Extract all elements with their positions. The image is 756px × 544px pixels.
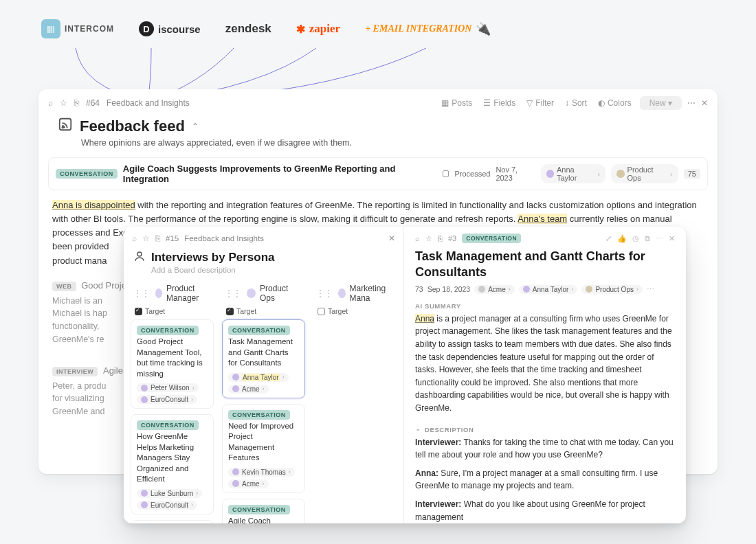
group-chip[interactable]: Product Ops› (581, 285, 643, 294)
chip-label: Anna Taylor (242, 374, 280, 381)
card-chip[interactable]: Acme› (228, 385, 269, 394)
link-icon[interactable]: ⎘ (438, 234, 443, 242)
card-chip[interactable]: Anna Taylor› (228, 373, 289, 382)
group-chip[interactable]: Product Ops › (611, 164, 678, 183)
avatar-icon (141, 396, 148, 403)
chevron-up-icon[interactable]: ⌃ (192, 122, 199, 131)
qa-line: Anna: Sure, I'm a project manager at a s… (415, 467, 675, 492)
chevron-right-icon: › (191, 501, 193, 508)
target-label: Target (328, 307, 348, 315)
column-name: Marketing Mana (350, 284, 394, 303)
close-icon[interactable]: ✕ (701, 98, 708, 108)
web-tag: WEB (52, 282, 76, 291)
column-header[interactable]: ⋮⋮Product Ops (221, 281, 307, 306)
chip-label: EuroConsult (151, 501, 188, 509)
close-icon[interactable]: ✕ (669, 234, 675, 243)
thumbs-up-icon[interactable]: 👍 (617, 234, 627, 243)
overlay-board: ⌕ ☆ ⎘ #15 Feedback and Insights ✕ Interv… (124, 227, 404, 523)
ai-summary-body: Anna is a project manager at a consultin… (415, 313, 675, 415)
overlay-board-header: ⌕ ☆ ⎘ #15 Feedback and Insights ✕ (124, 227, 403, 250)
expand-icon[interactable]: ⤢ (605, 234, 612, 243)
chevron-right-icon: › (196, 490, 198, 497)
star-icon[interactable]: ☆ (425, 234, 432, 243)
link-icon[interactable]: ⎘ (74, 98, 79, 108)
card-tag: CONVERSATION (228, 410, 290, 420)
target-row[interactable]: Target (221, 306, 307, 319)
search-icon[interactable]: ⌕ (415, 234, 420, 242)
new-button[interactable]: New ▾ (640, 96, 682, 110)
faded-title-1: Good Proje (81, 280, 126, 291)
link-icon[interactable]: ⎘ (155, 234, 160, 242)
target-checkbox[interactable] (135, 308, 142, 315)
overlay-crumb-label[interactable]: Feedback and Insights (184, 234, 264, 242)
more-icon[interactable]: ⋯ (687, 98, 696, 108)
target-checkbox[interactable] (318, 308, 325, 315)
posts-button[interactable]: ▦ Posts (438, 97, 475, 109)
card-chip[interactable]: Peter Wilson› (137, 383, 199, 392)
copy-icon[interactable]: ⧉ (645, 234, 650, 243)
overlay-subtitle[interactable]: Add a Board description (124, 266, 403, 281)
overlay-title: Interviews by Persona (151, 251, 275, 264)
drag-handle-icon[interactable]: ⋮⋮ (133, 288, 150, 298)
drag-handle-icon[interactable]: ⋮⋮ (225, 288, 241, 298)
detail-title: Task Management and Gantt Charts for Con… (415, 243, 675, 285)
kanban-card[interactable]: CONVERSATIONAgile Coach Suggests Improve… (222, 499, 305, 523)
discourse-label: iscourse (158, 23, 201, 35)
interview-tag: INTERVIEW (52, 367, 98, 376)
colors-button[interactable]: ◐ Colors (595, 97, 634, 109)
header-actions: ▦ Posts ☰ Fields ▽ Filter ↕ Sort ◐ Color… (438, 96, 708, 110)
card-title: Agile Coach Suggests Improvements to Gre… (228, 516, 299, 523)
chevron-down-icon[interactable]: ⌄ (415, 424, 421, 432)
column-header[interactable]: ⋮⋮Marketing Mana (312, 281, 398, 306)
ai-summary-label: AI SUMMARY (415, 294, 675, 313)
more-icon[interactable]: ⋯ (656, 234, 663, 243)
column-name: Product Manager (166, 284, 211, 303)
sort-button[interactable]: ↕ Sort (562, 97, 590, 109)
target-row[interactable]: Target (129, 306, 215, 319)
email-integration-text: + EMAIL INTEGRATION (365, 23, 471, 34)
target-checkbox[interactable] (226, 308, 234, 315)
board-column: ⋮⋮Marketing ManaTarget (312, 281, 398, 523)
column-header[interactable]: ⋮⋮Product Manager (129, 281, 215, 306)
search-icon[interactable]: ⌕ (132, 234, 137, 242)
card-tag: CONVERSATION (228, 326, 290, 335)
kanban-card[interactable]: CONVERSATIONA User-Friendly Project Mana… (131, 520, 214, 523)
chip-label: EuroConsult (151, 396, 188, 403)
card-chip[interactable]: EuroConsult› (137, 501, 197, 510)
target-row[interactable]: Target (312, 306, 398, 319)
card-header: ⌕ ☆ ⎘ #64 Feedback and Insights ▦ Posts … (38, 89, 718, 114)
clock-icon[interactable]: ◷ (632, 234, 639, 243)
card-chip[interactable]: Luke Sunburn› (137, 489, 202, 498)
author-chip[interactable]: Anna Taylor› (519, 285, 578, 294)
intercom-logo: |||| INTERCOM (41, 19, 114, 38)
qa-line: Interviewer: What do you like about usin… (415, 498, 675, 523)
card-title: Good Project Management Tool, but time t… (137, 337, 208, 379)
search-icon[interactable]: ⌕ (48, 98, 53, 108)
company-chip[interactable]: Acme› (474, 285, 515, 294)
avatar-icon (141, 490, 148, 497)
kanban-card[interactable]: CONVERSATIONGood Project Management Tool… (131, 319, 214, 409)
kanban-card[interactable]: CONVERSATIONTask Management and Gantt Ch… (222, 319, 305, 398)
board-column: ⋮⋮Product OpsTargetCONVERSATIONTask Mana… (221, 281, 307, 523)
conversation-row[interactable]: CONVERSATION Agile Coach Suggests Improv… (48, 157, 708, 190)
detail-crumb-id: #3 (448, 234, 456, 242)
star-icon[interactable]: ☆ (60, 98, 67, 108)
more-icon[interactable]: ⋯ (647, 285, 654, 293)
column-name: Product Ops (260, 284, 302, 303)
filter-button[interactable]: ▽ Filter (524, 97, 557, 109)
card-chip[interactable]: Acme› (228, 479, 269, 488)
breadcrumb-label[interactable]: Feedback and Insights (107, 98, 190, 108)
kanban-card[interactable]: CONVERSATIONHow GreenMe Helps Marketing … (131, 414, 214, 514)
author-chip[interactable]: Anna Taylor › (541, 164, 606, 183)
close-icon[interactable]: ✕ (388, 234, 395, 243)
count-badge: 75 (684, 169, 700, 179)
fields-button[interactable]: ☰ Fields (480, 97, 518, 109)
card-chip[interactable]: EuroConsult› (137, 395, 197, 404)
kanban-card[interactable]: CONVERSATIONNeed for Improved Project Ma… (222, 404, 305, 493)
drag-handle-icon[interactable]: ⋮⋮ (316, 288, 333, 298)
card-title: Task Management and Gantt Charts for Con… (228, 337, 299, 369)
discourse-logo: iscourse (139, 21, 201, 36)
star-icon[interactable]: ☆ (142, 234, 150, 243)
card-chip[interactable]: Kevin Thomas› (228, 468, 295, 477)
zendesk-logo: zendesk (225, 22, 271, 36)
